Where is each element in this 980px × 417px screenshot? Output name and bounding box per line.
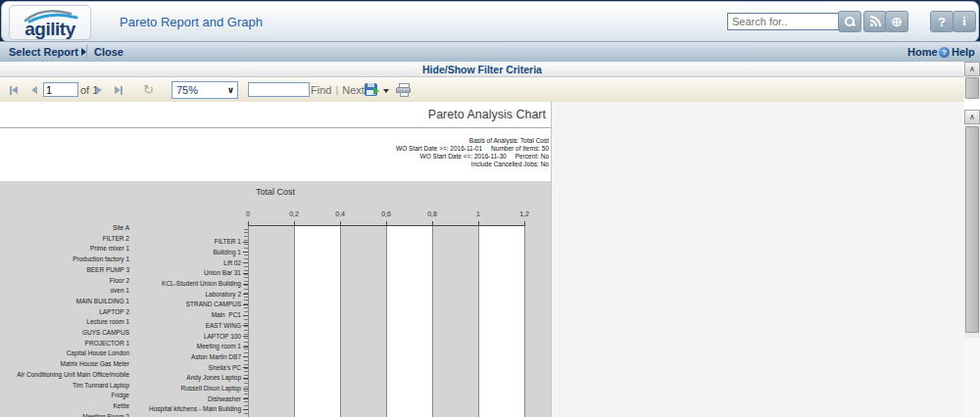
y-tick xyxy=(244,229,248,230)
category-tick xyxy=(243,284,248,285)
filter-toggle-label: Hide/Show Filter Criteria xyxy=(422,64,542,75)
viewer-scrollbar-track-lower[interactable] xyxy=(964,338,980,417)
zoom-value: 75% xyxy=(172,84,227,96)
first-page-icon xyxy=(12,86,18,94)
x-tick-label: 1,2 xyxy=(511,210,538,217)
y-tick xyxy=(244,236,248,237)
y-tick xyxy=(244,285,248,286)
globe-icon: ⊕ xyxy=(891,15,903,28)
info-icon: i xyxy=(962,15,965,29)
category-label-inner: Russell Dixon Laptop xyxy=(0,385,241,392)
report-meta-line: Include Cancelled Jobs: No xyxy=(0,161,549,168)
menu-close[interactable]: Close xyxy=(94,42,123,62)
menu-help[interactable]: ? Help xyxy=(939,42,975,62)
menu-select-report[interactable]: Select Report xyxy=(9,42,86,62)
viewer-scrollbar-thumb[interactable] xyxy=(965,126,979,333)
menu-close-label: Close xyxy=(94,46,123,58)
y-tick xyxy=(244,348,248,349)
menu-divider xyxy=(86,45,88,59)
info-button[interactable]: i xyxy=(953,11,976,32)
category-label-inner: STRAND CAMPUS xyxy=(0,301,241,307)
plot-band xyxy=(294,225,340,417)
y-tick xyxy=(244,300,248,301)
category-tick xyxy=(243,356,248,357)
category-label-inner: Dishwasher xyxy=(0,395,241,402)
x-tick-label: 0,2 xyxy=(280,210,308,217)
category-tick xyxy=(243,252,248,253)
globe-button[interactable]: ⊕ xyxy=(885,11,908,32)
zoom-select[interactable]: 75% ∨ xyxy=(172,81,238,99)
report-meta-line: WO Start Date <=: 2016-11-30 Percent: No xyxy=(0,153,549,161)
menu-home[interactable]: Home xyxy=(907,42,938,62)
y-tick xyxy=(244,255,248,255)
page-number-input[interactable] xyxy=(43,82,78,97)
first-page-button[interactable] xyxy=(5,82,22,98)
y-tick xyxy=(244,326,248,327)
refresh-button[interactable]: ↻ xyxy=(143,82,154,97)
page-title: Pareto Report and Graph xyxy=(120,15,263,29)
last-page-button[interactable] xyxy=(110,82,126,98)
search-input[interactable] xyxy=(727,13,839,30)
search-icon xyxy=(844,16,856,27)
y-tick xyxy=(244,323,248,324)
report-toolbar: of 1 ↻ 75% ∨ Find|Next xyxy=(0,77,964,103)
category-label-inner: Sheila's PC xyxy=(0,364,241,371)
y-tick xyxy=(244,375,248,376)
print-button[interactable] xyxy=(396,83,411,96)
previous-page-button[interactable] xyxy=(25,82,42,98)
x-tick xyxy=(524,221,525,225)
category-tick xyxy=(243,367,248,368)
help-button[interactable]: ? xyxy=(930,11,954,32)
y-tick xyxy=(244,258,248,259)
next-link[interactable]: Next xyxy=(342,84,365,96)
viewer-scroll-up-button[interactable]: ∧ xyxy=(964,110,980,124)
printer-paper-out xyxy=(400,92,409,97)
find-link[interactable]: Find xyxy=(311,84,331,96)
category-tick xyxy=(243,242,248,243)
app-header: agility Pareto Report and Graph ⊕ ? i xyxy=(1,1,979,42)
category-tick xyxy=(243,294,248,295)
y-tick xyxy=(244,319,248,320)
report-meta-line: WO Start Date >=: 2016-11-01 Number of I… xyxy=(0,145,549,153)
export-dropdown-caret[interactable] xyxy=(383,89,389,93)
question-icon: ? xyxy=(938,15,946,29)
gridline xyxy=(432,225,433,417)
find-text-input[interactable] xyxy=(248,82,310,97)
y-tick xyxy=(244,401,248,402)
x-tick-label: 0,4 xyxy=(326,210,354,217)
outer-scrollbar-thumb[interactable] xyxy=(965,77,979,99)
gridline xyxy=(248,225,249,417)
category-label-inner: Lift 02 xyxy=(0,259,241,266)
category-tick xyxy=(243,315,248,316)
category-label-inner: Union Bar 31 xyxy=(0,269,241,276)
find-next-separator: | xyxy=(331,84,342,96)
y-tick xyxy=(244,244,248,245)
category-tick xyxy=(243,398,248,399)
y-tick xyxy=(244,383,248,384)
category-label-outer: Site A xyxy=(0,224,129,231)
outer-scroll-up-button[interactable]: ∧ xyxy=(964,62,980,76)
report-title-box: Pareto Analysis Chart xyxy=(0,102,551,128)
help-circle-icon: ? xyxy=(939,47,950,58)
y-tick xyxy=(244,270,248,271)
search-button[interactable] xyxy=(838,11,861,32)
category-tick xyxy=(243,378,248,379)
gridline xyxy=(294,225,295,417)
next-page-icon xyxy=(96,86,102,94)
category-tick xyxy=(243,347,248,348)
rss-button[interactable] xyxy=(863,11,887,32)
next-page-button[interactable] xyxy=(90,82,107,98)
y-tick xyxy=(244,379,248,380)
category-tick xyxy=(243,304,248,305)
y-tick xyxy=(244,413,248,414)
y-tick xyxy=(244,405,248,406)
y-tick xyxy=(244,352,248,353)
filter-toggle-bar[interactable]: Hide/Show Filter Criteria xyxy=(0,62,964,77)
logo[interactable]: agility xyxy=(9,5,91,40)
category-label-outer: Meeting Room 2 xyxy=(0,413,129,417)
category-tick xyxy=(243,273,248,274)
x-tick-label: 0 xyxy=(234,210,262,217)
x-tick xyxy=(432,221,433,225)
y-tick xyxy=(244,338,248,339)
category-label-inner: FILTER 1 xyxy=(0,238,241,245)
